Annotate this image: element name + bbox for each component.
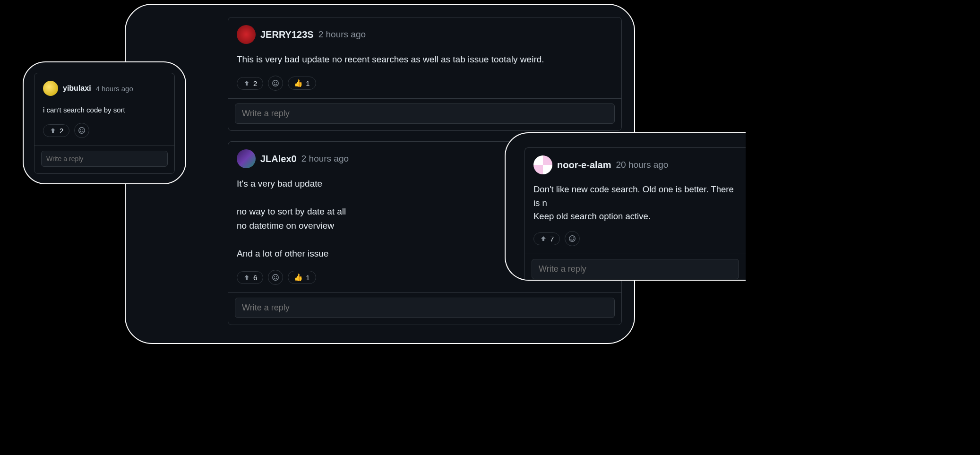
thumbs-up-reaction[interactable]: 👍 1 [288, 271, 316, 284]
comment-header: noor-e-alam 20 hours ago [533, 155, 737, 174]
avatar[interactable] [237, 25, 256, 44]
reply-input[interactable] [235, 103, 615, 124]
add-reaction-button[interactable] [565, 231, 580, 246]
arrow-up-icon [243, 274, 250, 281]
comment-content: i can't search code by sort [43, 104, 166, 115]
reaction-count: 1 [306, 79, 309, 87]
upvote-count: 6 [253, 274, 257, 282]
timestamp: 4 hours ago [96, 85, 133, 93]
reply-footer [228, 98, 621, 130]
reply-input[interactable] [235, 298, 615, 318]
comment-content: This is very bad update no recent search… [237, 52, 613, 66]
arrow-up-icon [243, 79, 250, 87]
upvote-button[interactable]: 6 [237, 271, 263, 284]
comment: JERRY123S 2 hours ago This is very bad u… [228, 17, 622, 131]
smiley-icon [568, 235, 576, 242]
reaction-count: 1 [306, 274, 309, 282]
thumbs-up-icon: 👍 [294, 273, 303, 282]
thumbs-up-reaction[interactable]: 👍 1 [288, 77, 316, 90]
upvote-button[interactable]: 2 [237, 77, 263, 90]
reactions-bar: 2 [43, 123, 166, 138]
upvote-count: 2 [253, 79, 257, 87]
comment: yibulaxi 4 hours ago i can't search code… [34, 73, 175, 174]
reply-footer [525, 254, 746, 281]
comment-card-left: yibulaxi 4 hours ago i can't search code… [23, 61, 186, 184]
timestamp: 20 hours ago [616, 160, 668, 170]
smiley-icon [78, 127, 86, 134]
arrow-up-icon [540, 235, 547, 242]
avatar[interactable] [533, 155, 552, 174]
upvote-button[interactable]: 7 [533, 232, 560, 245]
avatar[interactable] [43, 81, 58, 96]
comment-header: JERRY123S 2 hours ago [237, 25, 613, 44]
username[interactable]: noor-e-alam [557, 160, 611, 171]
add-reaction-button[interactable] [74, 123, 89, 138]
smiley-icon [272, 79, 279, 87]
add-reaction-button[interactable] [268, 270, 283, 285]
upvote-count: 7 [550, 235, 554, 243]
reply-footer [228, 292, 621, 325]
upvote-button[interactable]: 2 [43, 124, 69, 137]
username[interactable]: yibulaxi [63, 84, 91, 93]
comment-header: yibulaxi 4 hours ago [43, 81, 166, 96]
reply-input[interactable] [41, 151, 168, 167]
add-reaction-button[interactable] [268, 76, 283, 91]
timestamp: 2 hours ago [318, 29, 366, 40]
comment: noor-e-alam 20 hours ago Don't like new … [524, 147, 746, 281]
avatar[interactable] [237, 149, 256, 168]
upvote-count: 2 [60, 127, 63, 135]
thumbs-up-icon: 👍 [294, 79, 303, 87]
timestamp: 2 hours ago [301, 154, 349, 164]
reply-input[interactable] [532, 259, 739, 279]
comment-content: Don't like new code search. Old one is b… [533, 183, 737, 223]
reactions-bar: 2 👍 1 [237, 76, 613, 91]
username[interactable]: JERRY123S [260, 29, 314, 40]
reactions-bar: 7 [533, 231, 737, 246]
username[interactable]: JLAlex0 [260, 154, 297, 164]
reply-footer [34, 146, 174, 173]
smiley-icon [272, 274, 279, 281]
arrow-up-icon [49, 127, 57, 134]
comment-card-right: noor-e-alam 20 hours ago Don't like new … [505, 132, 746, 281]
